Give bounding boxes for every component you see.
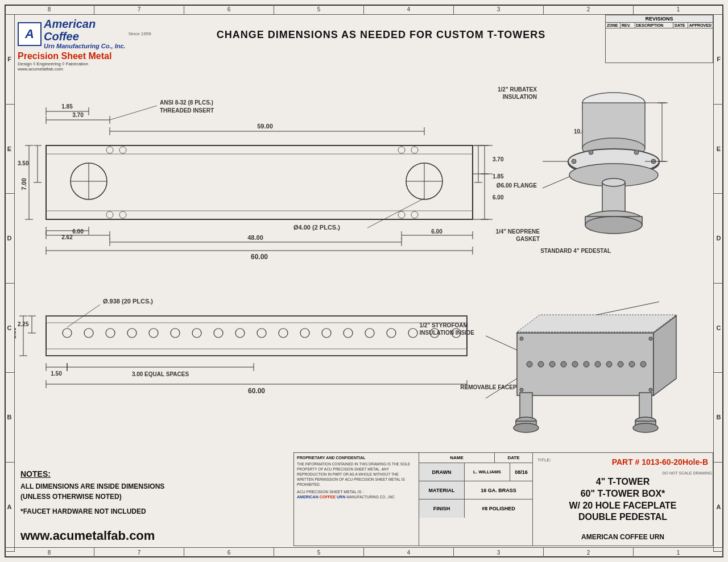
svg-text:THREADED INSERT: THREADED INSERT <box>160 107 214 114</box>
title-block: PROPRIETARY AND CONFIDENTIAL THE INFORMA… <box>293 452 713 546</box>
svg-point-91 <box>322 328 331 338</box>
header: A American Coffee Urn Manufacturing Co.,… <box>15 15 713 83</box>
svg-point-155 <box>595 361 601 367</box>
revisions-box: REVISIONS ZONE REV. DESCRIPTION DATE APP… <box>605 15 713 63</box>
svg-point-12 <box>119 211 126 218</box>
notes-title: NOTES: <box>20 469 299 478</box>
svg-point-88 <box>257 328 266 338</box>
svg-point-9 <box>106 147 113 153</box>
title-label: TITLE: <box>537 457 551 463</box>
ruler-top: 8 7 6 5 4 3 2 1 <box>5 5 723 15</box>
svg-text:Ø.938 (20 PLCS.): Ø.938 (20 PLCS.) <box>103 298 153 305</box>
ruler-top-4: 4 <box>364 5 454 14</box>
svg-point-11 <box>119 147 126 153</box>
rev-desc: DESCRIPTION <box>635 23 673 28</box>
ruler-top-5: 5 <box>274 5 364 14</box>
svg-text:60.00: 60.00 <box>248 387 265 395</box>
svg-point-14 <box>398 211 405 218</box>
ruler-top-3: 3 <box>454 5 544 14</box>
svg-text:3.70: 3.70 <box>72 112 84 118</box>
svg-text:3.50: 3.50 <box>18 160 29 166</box>
svg-point-134 <box>602 178 625 186</box>
acu-company: AMERICAN COFFEE URN MANUFACTURING CO., I… <box>297 495 416 499</box>
ruler-right-b: B <box>714 373 723 463</box>
svg-point-158 <box>629 361 635 367</box>
logo-area: A American Coffee Urn Manufacturing Co.,… <box>18 18 177 80</box>
svg-point-154 <box>584 361 589 367</box>
drawn-row: DRAWN L. WILLIAMS 08/16 <box>419 463 532 481</box>
svg-point-157 <box>618 361 623 367</box>
svg-text:6.00: 6.00 <box>493 194 504 201</box>
svg-line-144 <box>543 177 569 188</box>
drawn-date: 08/16 <box>510 463 532 481</box>
svg-marker-148 <box>517 315 676 332</box>
rev-zone: ZONE <box>606 23 621 28</box>
ruler-right-a: A <box>714 463 723 552</box>
finish-row: FINISH #8 POLISHED <box>419 499 532 518</box>
svg-point-151 <box>549 361 555 367</box>
ruler-left-b: B <box>5 373 14 463</box>
revisions-title: REVISIONS <box>606 15 713 23</box>
logo-web: www.acumetalfab.com <box>18 66 151 72</box>
finish-label: FINISH <box>419 499 465 518</box>
ruler-right-e: E <box>714 105 723 194</box>
3d-bottom-view <box>483 299 710 464</box>
ruler-left-c: C <box>5 284 14 373</box>
notes-text: ALL DIMENSIONS ARE INSIDE DIMENSIONS (UN… <box>20 481 299 517</box>
ruler-top-2: 2 <box>544 5 634 14</box>
svg-text:59.00: 59.00 <box>257 123 273 130</box>
svg-text:60.00: 60.00 <box>251 253 268 261</box>
ruler-top-1: 1 <box>634 5 723 14</box>
ruler-left-d: D <box>5 194 14 284</box>
svg-text:48.00: 48.00 <box>247 234 263 241</box>
svg-point-16 <box>411 211 418 218</box>
rev-date: DATE <box>673 23 688 28</box>
svg-point-85 <box>192 328 201 338</box>
drawn-label: DRAWN <box>419 463 465 481</box>
name-header: NAME <box>419 453 495 463</box>
main-title: CHANGE DIMENSIONS AS NEEDED FOR CUSTOM T… <box>163 29 599 41</box>
svg-text:1.85: 1.85 <box>61 103 73 110</box>
acu-text-label: ACU PRECISION SHEET METAL IS : <box>297 490 416 494</box>
svg-point-82 <box>127 328 136 338</box>
svg-point-81 <box>106 328 115 338</box>
svg-point-159 <box>640 361 646 367</box>
ruler-left-a: A <box>5 463 14 552</box>
logo-urn: Urn Manufacturing Co., Inc. <box>44 43 126 50</box>
svg-text:7.00: 7.00 <box>20 178 27 190</box>
ruler-left-f: F <box>5 15 14 105</box>
svg-rect-76 <box>46 316 467 356</box>
ruler-right-c: C <box>714 284 723 373</box>
ruler-top-7: 7 <box>94 5 184 14</box>
revisions-header: ZONE REV. DESCRIPTION DATE APPROVED <box>606 23 713 28</box>
ruler-top-8: 8 <box>5 5 94 14</box>
ruler-left-e: E <box>5 105 14 194</box>
logo-american: American <box>44 18 126 30</box>
svg-point-10 <box>106 211 113 218</box>
svg-rect-78 <box>46 349 467 356</box>
ruler-right: F E D C B A <box>713 15 723 552</box>
svg-point-86 <box>214 328 223 338</box>
svg-point-152 <box>561 361 566 367</box>
svg-point-130 <box>589 150 593 155</box>
info-text: THE INFORMATION CONTAINED IN THIS DRAWIN… <box>297 461 416 487</box>
content-area: A American Coffee Urn Manufacturing Co.,… <box>15 15 713 552</box>
main-drawing-svg: 59.00 3.70 1.85 ANSI 8-32 (8 PLCS.) THRE… <box>15 77 510 458</box>
svg-point-89 <box>279 328 288 338</box>
finish-value: #8 POLISHED <box>465 499 532 518</box>
svg-point-83 <box>149 328 158 338</box>
rev-approved: APPROVED <box>688 23 713 28</box>
svg-point-90 <box>300 328 309 338</box>
svg-text:5.00: 5.00 <box>15 327 17 339</box>
ruler-left: F E D C B A <box>5 15 15 552</box>
svg-point-84 <box>171 328 180 338</box>
svg-text:6.00: 6.00 <box>431 228 442 235</box>
svg-line-173 <box>486 378 517 398</box>
svg-point-15 <box>411 147 418 153</box>
ruler-top-6: 6 <box>184 5 274 14</box>
title-main: 4" T-TOWER 60" T-TOWER BOX* W/ 20 HOLE F… <box>537 476 708 523</box>
svg-point-168 <box>520 337 523 340</box>
svg-point-87 <box>235 328 245 338</box>
svg-text:1.50: 1.50 <box>51 370 62 377</box>
insulation-inside-label: 1/2" STYROFOAM INSULATION INSIDE <box>420 322 474 336</box>
